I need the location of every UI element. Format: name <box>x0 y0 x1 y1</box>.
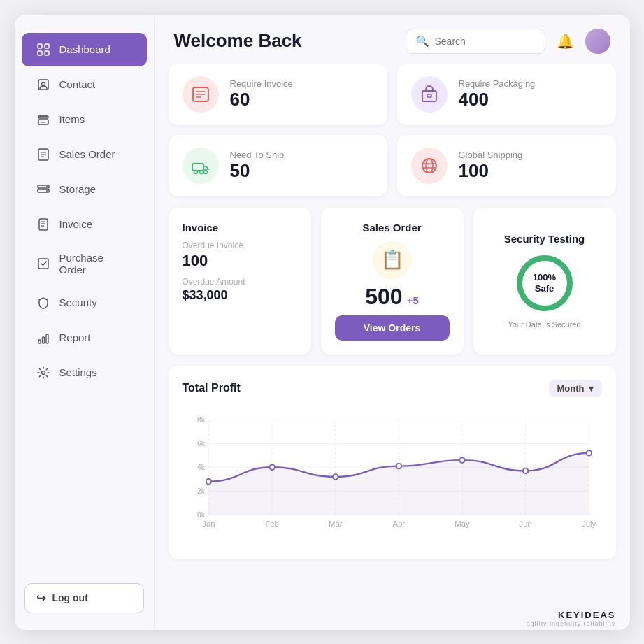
sales-order-title: Sales Order <box>362 222 421 234</box>
stat-card-global-shipping: Global Shipping 100 <box>397 135 616 196</box>
sidebar-item-sales-order[interactable]: Sales Order <box>22 138 147 171</box>
sidebar-item-label: Invoice <box>59 218 93 230</box>
sales-number: 500 <box>365 284 402 310</box>
svg-point-69 <box>459 457 465 463</box>
svg-rect-18 <box>39 219 48 230</box>
svg-point-68 <box>396 463 401 468</box>
global-shipping-icon <box>411 148 448 184</box>
svg-point-66 <box>269 464 275 470</box>
require-invoice-icon <box>183 76 219 113</box>
gauge-text: 100% Safe <box>533 272 556 294</box>
need-to-ship-icon <box>183 148 219 184</box>
svg-text:2k: 2k <box>196 487 205 495</box>
svg-text:July: July <box>582 520 596 528</box>
overdue-invoice-value: 100 <box>183 252 297 270</box>
svg-rect-23 <box>38 340 41 343</box>
invoice-icon <box>36 217 51 232</box>
svg-point-70 <box>522 468 528 473</box>
avatar-image <box>585 29 610 54</box>
svg-rect-0 <box>38 44 42 48</box>
global-shipping-label: Global Shipping <box>459 150 523 160</box>
sidebar-item-label: Contact <box>59 78 96 90</box>
brand-tagline: agility·ingenuity·reliability <box>169 620 616 627</box>
sidebar-item-storage[interactable]: Storage <box>22 173 147 206</box>
svg-point-35 <box>199 170 203 173</box>
svg-text:Mar: Mar <box>329 520 343 528</box>
search-input[interactable] <box>435 36 535 47</box>
svg-point-5 <box>41 82 45 85</box>
brand-footer: KEYIDEAS agility·ingenuity·reliability <box>155 606 630 630</box>
logout-label: Log out <box>52 592 88 603</box>
sidebar-item-label: Dashboard <box>59 43 110 55</box>
svg-rect-22 <box>38 259 48 269</box>
stat-cards-grid: Require Invoice 60 Require Packaging 400… <box>169 64 616 196</box>
overdue-invoice-label: Overdue Invoice <box>183 241 297 250</box>
svg-rect-3 <box>45 51 49 55</box>
sales-order-card: Sales Order 📋 500 +5 View Orders <box>321 208 464 355</box>
brand-name: KEYIDEAS <box>169 610 616 620</box>
svg-text:0k: 0k <box>196 511 205 519</box>
sidebar-item-security[interactable]: Security <box>22 286 147 320</box>
sidebar-item-invoice[interactable]: Invoice <box>22 208 147 241</box>
svg-rect-24 <box>42 337 44 343</box>
require-packaging-info: Require Packaging 400 <box>459 78 536 110</box>
svg-text:8k: 8k <box>196 416 205 424</box>
chart-title: Total Profit <box>183 382 241 394</box>
sales-order-icon <box>36 147 51 162</box>
month-selector[interactable]: Month ▾ <box>549 380 602 397</box>
overdue-amount-value: $33,000 <box>183 288 297 303</box>
profit-chart-svg: 0k2k4k6k8kJanFebMarAprMayJunJuly <box>183 406 602 545</box>
sidebar-item-settings[interactable]: Settings <box>22 356 147 389</box>
settings-icon <box>36 365 51 380</box>
require-packaging-label: Require Packaging <box>459 78 536 89</box>
gauge-status: Safe <box>533 283 556 294</box>
svg-text:6k: 6k <box>196 440 205 448</box>
svg-point-65 <box>206 478 211 484</box>
sidebar-item-label: Purchase Order <box>59 252 133 276</box>
avatar[interactable] <box>585 29 610 54</box>
stat-card-require-packaging: Require Packaging 400 <box>397 64 616 125</box>
svg-text:Jan: Jan <box>202 520 215 528</box>
bell-icon[interactable]: 🔔 <box>557 33 574 50</box>
sidebar-item-purchase-order[interactable]: Purchase Order <box>22 243 147 285</box>
sidebar-item-contact[interactable]: Contact <box>22 68 147 101</box>
svg-point-38 <box>426 159 433 173</box>
view-orders-button[interactable]: View Orders <box>335 315 450 341</box>
sidebar-item-label: Sales Order <box>59 148 115 160</box>
svg-point-71 <box>586 450 592 456</box>
require-invoice-info: Require Invoice 60 <box>230 78 293 110</box>
gauge-container: 100% Safe <box>513 252 576 315</box>
svg-rect-32 <box>427 94 431 97</box>
storage-icon <box>36 182 51 197</box>
page-title: Welcome Back <box>174 30 302 52</box>
sidebar-item-label: Items <box>59 113 85 125</box>
logout-icon: ↪ <box>36 592 45 605</box>
chart-area: 0k2k4k6k8kJanFebMarAprMayJunJuly <box>183 406 602 545</box>
sidebar-item-report[interactable]: Report <box>22 321 147 355</box>
svg-rect-25 <box>46 334 48 343</box>
chevron-down-icon: ▾ <box>589 383 594 394</box>
logout-button[interactable]: ↪ Log out <box>24 583 144 613</box>
chart-header: Total Profit Month ▾ <box>183 380 602 397</box>
search-bar[interactable]: 🔍 <box>406 29 545 54</box>
secured-text: Your Data Is Secured <box>508 320 580 329</box>
dashboard-icon <box>36 42 51 57</box>
invoice-card: Invoice Overdue Invoice 100 Overdue Amou… <box>169 208 311 355</box>
sidebar-item-dashboard[interactable]: Dashboard <box>22 33 147 66</box>
sidebar-item-items[interactable]: Items <box>22 103 147 136</box>
sidebar-item-label: Security <box>59 296 97 308</box>
sidebar-item-label: Storage <box>59 183 96 195</box>
svg-point-37 <box>422 159 436 173</box>
security-testing-title: Security Testing <box>504 233 585 245</box>
sidebar-item-label: Report <box>59 331 91 343</box>
require-invoice-label: Require Invoice <box>230 78 293 89</box>
app-container: Dashboard Contact Items Sales Order Stor… <box>15 15 630 630</box>
svg-text:Jun: Jun <box>519 520 531 528</box>
chart-card: Total Profit Month ▾ 0k2k4k6k8kJanFebMar… <box>169 366 616 559</box>
svg-text:Apr: Apr <box>392 520 405 528</box>
need-to-ship-info: Need To Ship 50 <box>230 150 285 182</box>
middle-row: Invoice Overdue Invoice 100 Overdue Amou… <box>169 208 616 355</box>
sales-number-row: 500 +5 <box>365 284 419 310</box>
sidebar: Dashboard Contact Items Sales Order Stor… <box>15 15 155 630</box>
svg-point-16 <box>46 186 48 187</box>
